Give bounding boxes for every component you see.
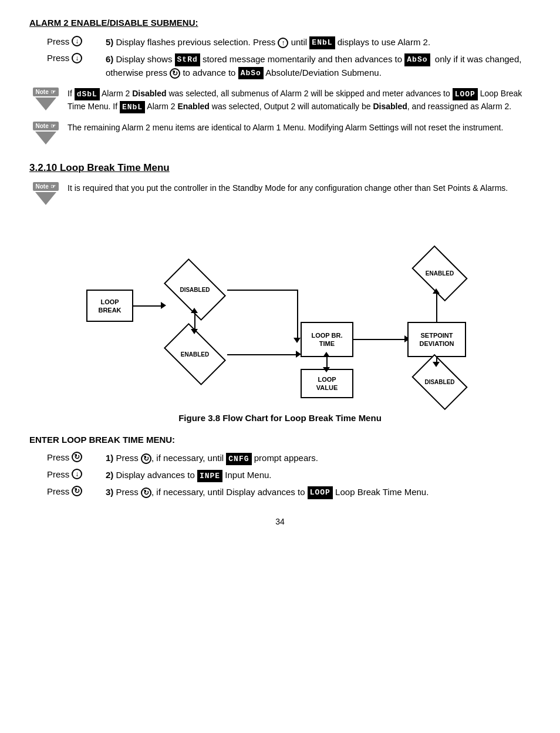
lcd-inpe: INPE: [197, 470, 222, 483]
note-label-1: Note ☞: [33, 88, 59, 96]
press-circle-enter-1: ↻: [72, 452, 82, 462]
press-label-enter-3: Press ↻: [47, 486, 106, 496]
press-label-5: Press ↓: [47, 36, 106, 46]
press-content-enter-1: 1) Press ↻, if necessary, until CNFG pro…: [106, 452, 531, 465]
enter-menu-section: ENTER LOOP BREAK TIME MENU: Press ↻ 1) P…: [29, 435, 531, 499]
press-row-5: Press ↓ 5) Display flashes previous sele…: [47, 36, 531, 49]
press-label-6: Press ↓: [47, 53, 106, 63]
alarm2-section: ALARM 2 ENABLE/DISABLE SUBMENU: Press ↓ …: [29, 18, 531, 144]
arrow-disabled-right-v: [297, 290, 298, 339]
press-text-6: Press: [47, 53, 69, 63]
press-up-5: ↑: [278, 38, 288, 48]
arrowhead-lbt-lv-up: [323, 352, 330, 357]
arrow-spd-up: [436, 292, 437, 322]
arrowhead-disabled-to-lbt: [294, 338, 301, 343]
note-label-3: Note ☞: [33, 182, 59, 191]
arrow-lb-right: [133, 305, 163, 307]
lcd-abso-6b: AbSo: [238, 67, 264, 80]
node-enabled-right: ENABLED: [413, 254, 466, 292]
press-content-enter-2: 2) Display advances to INPE Input Menu.: [106, 469, 531, 482]
lcd-cnfg: CNFG: [226, 453, 251, 466]
section-3210-title: 3.2.10 Loop Break Time Menu: [29, 162, 531, 174]
lcd-enbl-note1: ENbL: [120, 101, 145, 114]
node-setpoint-dev: SETPOINTDEVIATION: [407, 322, 466, 357]
arrow-lbt-right: [353, 339, 406, 340]
step-6-num: 6): [106, 54, 113, 64]
alarm2-note2-text: The remaining Alarm 2 menu items are ide…: [68, 122, 531, 134]
arrowhead-spd-down: [433, 362, 440, 367]
lcd-strd: StRd: [175, 53, 200, 66]
press-circle-enter-2: ↓: [72, 469, 82, 479]
press-label-enter-1: Press ↻: [47, 452, 106, 462]
node-loop-break: LOOPBREAK: [86, 290, 133, 322]
press-row-enter-3: Press ↻ 3) Press ↻, if necessary, until …: [47, 486, 531, 499]
alarm2-title: ALARM 2 ENABLE/DISABLE SUBMENU:: [29, 18, 531, 28]
press-content-5: 5) Display flashes previous selection. P…: [106, 36, 531, 49]
figure-caption: Figure 3.8 Flow Chart for Loop Break Tim…: [29, 413, 531, 423]
alarm2-note1-text: If dSbL Alarm 2 Disabled was selected, a…: [68, 88, 531, 113]
press-content-6: 6) Display shows StRd stored message mom…: [106, 53, 531, 80]
arrowhead-to-disabled: [191, 308, 198, 313]
press-text-enter-1: Press: [47, 452, 69, 462]
press-text-enter-2: Press: [47, 469, 69, 479]
press-row-6: Press ↓ 6) Display shows StRd stored mes…: [47, 53, 531, 80]
step-5-mid: until ENbL displays to use Alarm 2.: [291, 37, 430, 47]
press-text-enter-3: Press: [47, 486, 69, 496]
arrowhead-lbt-lv-down: [323, 367, 330, 372]
arrowhead-spd-up: [433, 288, 440, 294]
diamond-enabled-bot-text: ENABLED: [181, 351, 209, 358]
press-row-enter-2: Press ↓ 2) Display advances to INPE Inpu…: [47, 469, 531, 482]
press-label-enter-2: Press ↓: [47, 469, 106, 479]
lcd-loop-enter: LOOP: [308, 486, 333, 499]
node-loop-value: LOOPVALUE: [301, 369, 353, 398]
lcd-abso-6: AbSo: [404, 53, 430, 66]
press-row-enter-1: Press ↻ 1) Press ↻, if necessary, until …: [47, 452, 531, 465]
arrowhead-to-enabled: [191, 329, 198, 334]
arrow-disabled-right-h: [227, 290, 298, 291]
section-3210-note: Note ☞ It is required that you put the c…: [29, 182, 531, 205]
diamond-enabled-right-text: ENABLED: [426, 270, 454, 277]
lcd-enbl-5: ENbL: [309, 36, 335, 49]
node-disabled-right: DISABLED: [413, 363, 466, 401]
flowchart: LOOPBREAK DISABLED ENABLED LOOP: [75, 213, 485, 407]
note-icon-2: Note ☞: [29, 122, 62, 144]
note-icon-3: Note ☞: [29, 182, 62, 205]
note-label-2: Note ☞: [33, 122, 59, 130]
section-3210: 3.2.10 Loop Break Time Menu Note ☞ It is…: [29, 162, 531, 499]
press-circle-enter-3b: ↻: [141, 487, 151, 498]
section-3210-note-text: It is required that you put the controll…: [68, 182, 531, 194]
step-5: 5) Display flashes previous selection. P…: [106, 37, 278, 47]
node-disabled-top: DISABLED: [163, 266, 227, 313]
note-triangle-2: [35, 132, 56, 144]
lcd-dsbl: dSbL: [75, 88, 100, 101]
diamond-disabled-right-text: DISABLED: [424, 379, 454, 385]
note-icon-1: Note ☞: [29, 88, 62, 110]
alarm2-note2: Note ☞ The remaining Alarm 2 menu items …: [29, 122, 531, 144]
arrow-vert-diamonds: [194, 313, 195, 331]
note-triangle-3: [35, 192, 56, 205]
page-number: 34: [29, 517, 531, 526]
press-circle-enter-3: ↻: [72, 486, 82, 496]
lcd-loop-note1: LOOP: [453, 88, 478, 101]
press-circle-enter-1b: ↻: [141, 453, 151, 464]
note-triangle-1: [35, 97, 56, 110]
press-circle-5: ↓: [72, 36, 82, 46]
arrow-enabled-right: [227, 354, 298, 355]
press-circle-6: ↓: [72, 53, 82, 63]
alarm2-note1: Note ☞ If dSbL Alarm 2 Disabled was sele…: [29, 88, 531, 113]
diamond-disabled-top-text: DISABLED: [180, 287, 210, 293]
press-content-enter-3: 3) Press ↻, if necessary, until Display …: [106, 486, 531, 499]
press-circle-return: ↻: [170, 68, 180, 79]
node-enabled-bot: ENABLED: [163, 331, 227, 378]
press-text-5: Press: [47, 36, 69, 46]
enter-menu-title: ENTER LOOP BREAK TIME MENU:: [29, 435, 531, 445]
